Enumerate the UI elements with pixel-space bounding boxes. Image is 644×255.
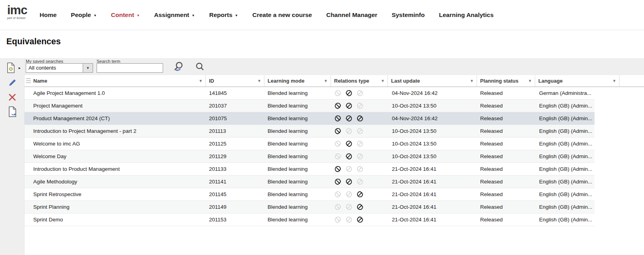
- cell-learning-mode: Blended learning: [264, 213, 331, 226]
- logo-text: imc: [7, 4, 27, 16]
- saved-search-document-icon[interactable]: ▸: [0, 60, 25, 75]
- cell-id: 201129: [206, 150, 264, 162]
- edit-pencil-icon[interactable]: [0, 75, 25, 90]
- column-filter-caret-icon[interactable]: ▼: [612, 79, 616, 83]
- relation-out-up-icon: [356, 153, 364, 160]
- nav-item-people[interactable]: People▼: [71, 11, 97, 19]
- cell-planning-status: Released: [477, 87, 535, 99]
- relation-out-up-icon: [356, 203, 364, 211]
- nav-item-create-a-new-course[interactable]: Create a new course: [252, 11, 312, 19]
- main-nav: HomePeople▼Content▼Assignment▼Reports▼Cr…: [40, 0, 494, 30]
- cell-relations: [331, 100, 388, 112]
- column-label: ID: [206, 78, 214, 84]
- relation-in-down-icon: [345, 203, 353, 211]
- relation-out-up-icon: [356, 115, 364, 122]
- cell-language: English (GB) (Admin...: [535, 176, 595, 188]
- search-input[interactable]: [97, 63, 163, 73]
- column-header-planning-status[interactable]: Planning status▼: [477, 75, 535, 87]
- cell-planning-status: Released: [477, 176, 535, 188]
- table-row[interactable]: Welcome to imc AG201125Blended learning1…: [25, 138, 595, 150]
- nav-item-content[interactable]: Content▼: [111, 11, 140, 19]
- relation-in-down-icon: [345, 153, 353, 160]
- cell-language: English (GB) (Admin...: [535, 150, 595, 162]
- nav-item-channel-manager[interactable]: Channel Manager: [326, 11, 377, 19]
- column-filter-caret-icon[interactable]: ▼: [257, 79, 261, 83]
- table-row[interactable]: Sprint Demo201153Blended learning21-Oct-…: [25, 213, 595, 226]
- flyout-arrow-icon[interactable]: ▸: [19, 66, 21, 70]
- drag-handle-icon[interactable]: [26, 78, 31, 83]
- column-filter-caret-icon[interactable]: ▼: [528, 79, 532, 83]
- saved-searches-select[interactable]: All contents ▼: [26, 63, 93, 73]
- delete-x-icon[interactable]: [0, 90, 25, 104]
- cell-id: 201153: [206, 213, 264, 226]
- table-row[interactable]: Product Management 2024 (CT)201075Blende…: [25, 112, 595, 125]
- column-header-learning-mode[interactable]: Learning mode▼: [264, 75, 331, 87]
- cell-name: Product Management 2024 (CT): [25, 112, 206, 125]
- column-filter-caret-icon[interactable]: ▼: [324, 79, 328, 83]
- column-label: Relations type: [331, 78, 369, 84]
- cell-learning-mode: Blended learning: [264, 125, 331, 137]
- relation-out-down-icon: [334, 127, 342, 135]
- cell-name: Sprint Retrospective: [25, 188, 206, 200]
- cell-name: Introduction to Project Management - par…: [25, 125, 206, 137]
- table-row[interactable]: Sprint Retrospective201145Blended learni…: [25, 188, 595, 201]
- cell-id: 201133: [206, 163, 264, 175]
- search-rerun-icon[interactable]: [173, 61, 184, 74]
- table-row[interactable]: Agile Methodology201141Blended learning2…: [25, 176, 595, 188]
- cell-last-update: 10-Oct-2024 13:50: [388, 138, 477, 150]
- nav-item-systeminfo[interactable]: Systeminfo: [391, 11, 425, 19]
- nav-caret-icon: ▼: [137, 14, 140, 17]
- relation-out-up-icon: [356, 165, 364, 173]
- table-header: Name▼ID▼Learning mode▼Relations type▼Las…: [25, 75, 644, 87]
- column-header-relations-type[interactable]: Relations type▼: [331, 75, 388, 87]
- cell-planning-status: Released: [477, 138, 535, 150]
- sidebar-toolbar: ▸: [0, 58, 25, 255]
- nav-item-assignment[interactable]: Assignment▼: [154, 11, 195, 19]
- column-label: Learning mode: [264, 78, 304, 84]
- relation-in-down-icon: [345, 165, 353, 173]
- column-header-name[interactable]: Name▼: [25, 75, 206, 87]
- cell-name: Project Management: [25, 100, 206, 112]
- cell-language: English (GB) (Admin...: [535, 138, 595, 150]
- table-row[interactable]: Introduction to Project Management - par…: [25, 125, 595, 138]
- table-row[interactable]: Welcome Day201129Blended learning10-Oct-…: [25, 150, 595, 163]
- cell-id: 201075: [206, 112, 264, 125]
- nav-item-home[interactable]: Home: [40, 11, 57, 19]
- cell-relations: [331, 138, 388, 150]
- relation-out-up-icon: [356, 191, 364, 198]
- imc-logo[interactable]: imc part of Scheer: [7, 4, 27, 19]
- column-header-language[interactable]: Language▼: [535, 75, 619, 87]
- column-header-last-update[interactable]: Last update▼: [388, 75, 477, 87]
- cell-name: Sprint Planning: [25, 201, 206, 213]
- relation-in-down-icon: [345, 178, 353, 185]
- search-icon[interactable]: [195, 62, 205, 74]
- nav-caret-icon: ▼: [192, 14, 195, 17]
- cell-relations: [331, 188, 388, 200]
- relation-in-down-icon: [345, 102, 353, 110]
- nav-item-reports[interactable]: Reports▼: [209, 11, 238, 19]
- column-filter-caret-icon[interactable]: ▼: [199, 79, 203, 83]
- relation-out-down-icon: [334, 153, 342, 160]
- table-row[interactable]: Agile Project Management 1.0141845Blende…: [25, 87, 595, 100]
- cell-language: German (Administra...: [535, 87, 595, 99]
- nav-item-learning-analytics[interactable]: Learning Analytics: [439, 11, 494, 19]
- relation-in-down-icon: [345, 191, 353, 198]
- cell-last-update: 21-Oct-2024 16:41: [388, 163, 477, 175]
- cell-learning-mode: Blended learning: [264, 150, 331, 162]
- table-row[interactable]: Introduction to Product Management201133…: [25, 163, 595, 176]
- cell-language: English (GB) (Admin...: [535, 213, 595, 226]
- table-row[interactable]: Project Management201037Blended learning…: [25, 100, 595, 112]
- cell-language: English (GB) (Admin...: [535, 100, 595, 112]
- column-header-id[interactable]: ID▼: [206, 75, 264, 87]
- column-filter-caret-icon[interactable]: ▼: [381, 79, 385, 83]
- cell-planning-status: Released: [477, 201, 535, 213]
- export-document-icon[interactable]: [0, 104, 25, 119]
- cell-relations: [331, 176, 388, 188]
- table-row[interactable]: Sprint Planning201149Blended learning21-…: [25, 201, 595, 213]
- nav-caret-icon: ▼: [235, 14, 238, 17]
- relation-out-down-icon: [334, 102, 342, 110]
- cell-language: English (GB) (Admin...: [535, 112, 595, 125]
- cell-planning-status: Released: [477, 188, 535, 200]
- chevron-down-icon[interactable]: ▼: [83, 64, 93, 72]
- column-filter-caret-icon[interactable]: ▼: [470, 79, 474, 83]
